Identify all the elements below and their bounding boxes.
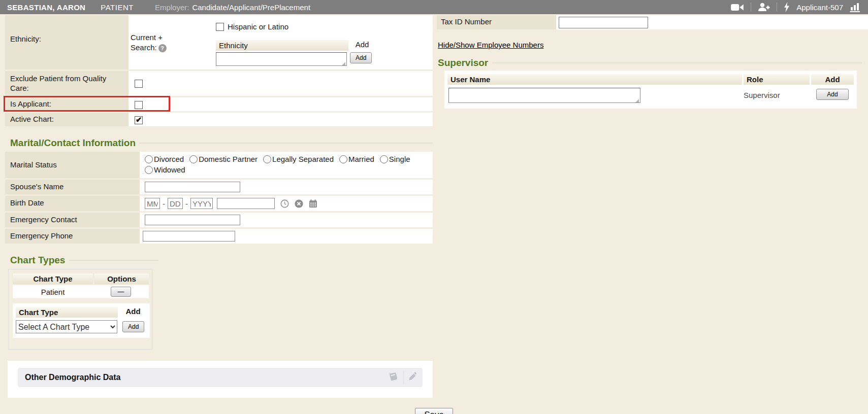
- chart-type-select[interactable]: Select A Chart Type: [16, 320, 117, 333]
- is-applicant-label: Is Applicant:: [5, 97, 128, 111]
- supervisor-panel: User Name Role Add Supervisor Add: [444, 71, 857, 109]
- ethnicity-label: Ethnicity:: [5, 15, 128, 70]
- tax-id-input[interactable]: [559, 17, 648, 28]
- radio-widowed[interactable]: [145, 166, 153, 174]
- chart-types-title: Chart Types: [10, 255, 65, 266]
- spouse-name-input[interactable]: [145, 182, 240, 192]
- user-name-input[interactable]: [448, 88, 640, 103]
- user-name-col-header: User Name: [447, 74, 742, 85]
- video-camera-icon[interactable]: [731, 4, 744, 11]
- add-col-header: Add: [119, 307, 147, 318]
- radio-domestic-partner-label: Domestic Partner: [199, 155, 258, 163]
- birth-month-input[interactable]: [145, 198, 160, 209]
- marital-section-heading: Marital/Contact Information: [10, 137, 433, 149]
- chart-type-cell: Patient: [13, 288, 93, 296]
- emergency-phone-input[interactable]: [143, 231, 235, 242]
- bar-chart-icon[interactable]: [850, 3, 861, 12]
- marital-section-title: Marital/Contact Information: [10, 137, 136, 149]
- book-icon[interactable]: [389, 371, 399, 384]
- ethnicity-input[interactable]: [216, 52, 347, 66]
- exclude-quality-label: Exclude Patient from Quality Care:: [5, 71, 128, 96]
- add-supervisor-button[interactable]: Add: [816, 89, 849, 100]
- options-col-header: Options: [94, 273, 149, 284]
- chart-types-heading: Chart Types: [10, 255, 158, 266]
- birth-date-extra-input[interactable]: [217, 198, 275, 209]
- date-separator: -: [185, 199, 188, 208]
- patient-name: SEBASTIAN, AARON: [7, 3, 85, 12]
- ethnicity-add-button[interactable]: Add: [350, 52, 372, 63]
- marital-status-row: Marital Status Divorced Domestic Partner…: [5, 152, 433, 180]
- add-chart-type-table: Chart Type Add Select A Chart Type Add: [13, 303, 150, 338]
- birth-date-row: Birth Date --: [5, 196, 433, 213]
- ethnicity-col-header: Ethnicity: [216, 40, 348, 51]
- marital-panel: Marital Status Divorced Domestic Partner…: [5, 152, 433, 244]
- patient-type-label: PATIENT: [101, 3, 134, 12]
- marital-status-label: Marital Status: [5, 152, 140, 178]
- birth-date-label: Birth Date: [5, 196, 140, 211]
- heading-rule: [492, 62, 862, 63]
- help-icon[interactable]: ?: [158, 44, 167, 52]
- date-separator: -: [163, 199, 165, 208]
- supervisor-title: Supervisor: [438, 57, 488, 68]
- exclude-quality-row: Exclude Patient from Quality Care:: [5, 71, 433, 97]
- spouse-name-row: Spouse's Name: [5, 180, 433, 196]
- save-button[interactable]: Save: [415, 408, 453, 414]
- radio-widowed-label: Widowed: [154, 165, 185, 174]
- emergency-contact-label: Emergency Contact: [5, 213, 140, 227]
- is-applicant-row: Is Applicant:: [5, 97, 433, 113]
- radio-divorced-label: Divorced: [154, 155, 184, 163]
- ethnicity-add-header: Add: [350, 40, 374, 51]
- heading-rule: [140, 143, 433, 144]
- is-applicant-checkbox[interactable]: [135, 101, 143, 109]
- demographics-column: Ethnicity: Current + Search:? Hispanic o…: [5, 15, 433, 398]
- role-col-header: Role: [744, 74, 810, 85]
- radio-divorced[interactable]: [145, 155, 153, 163]
- icon-divider: [403, 371, 404, 384]
- role-cell: Supervisor: [744, 88, 810, 99]
- header-divider: [751, 3, 751, 12]
- birth-year-input[interactable]: [190, 198, 213, 209]
- exclude-quality-checkbox[interactable]: [135, 80, 143, 88]
- radio-legally-separated[interactable]: [263, 155, 271, 163]
- applicant-badge: Applicant-507: [796, 3, 843, 12]
- calendar-icon[interactable]: [309, 199, 317, 208]
- radio-domestic-partner[interactable]: [189, 155, 198, 163]
- add-col-header: Add: [811, 74, 854, 85]
- radio-single-label: Single: [389, 155, 410, 163]
- heading-rule: [69, 260, 158, 261]
- radio-married[interactable]: [339, 155, 347, 163]
- clear-date-icon[interactable]: [295, 199, 303, 208]
- add-chart-type-button[interactable]: Add: [122, 321, 144, 332]
- active-chart-row: Active Chart:: [5, 113, 433, 126]
- clock-icon[interactable]: [280, 199, 289, 208]
- employer-label: Employer:: [155, 3, 189, 12]
- hispanic-checkbox[interactable]: [216, 23, 224, 31]
- tax-id-label: Tax ID Number: [437, 15, 556, 29]
- active-chart-checkbox[interactable]: [135, 116, 143, 124]
- other-demographic-panel: Other Demographic Data: [8, 361, 433, 398]
- ethnicity-table: Ethnicity Add Add: [216, 40, 374, 67]
- supervisor-row: Supervisor Add: [447, 88, 854, 105]
- other-demographic-bar[interactable]: Other Demographic Data: [18, 368, 423, 387]
- person-add-icon[interactable]: [758, 3, 770, 12]
- chart-type-row: Patient —: [13, 285, 149, 298]
- emergency-phone-label: Emergency Phone: [5, 229, 140, 244]
- ethnicity-content: Current + Search:? Hispanic or Latino Et…: [128, 15, 433, 70]
- lightning-icon[interactable]: [784, 2, 790, 12]
- current-search-line1: Current +: [131, 33, 163, 42]
- radio-single[interactable]: [380, 155, 388, 163]
- birth-day-input[interactable]: [168, 198, 183, 209]
- remove-chart-type-button[interactable]: —: [111, 287, 131, 297]
- page-content: Ethnicity: Current + Search:? Hispanic o…: [0, 15, 868, 398]
- save-row: Save: [0, 408, 868, 414]
- hide-show-employee-numbers-link[interactable]: Hide/Show Employee Numbers: [438, 41, 543, 49]
- tax-id-row: Tax ID Number: [437, 15, 868, 29]
- emergency-contact-row: Emergency Contact: [5, 213, 433, 229]
- emergency-contact-input[interactable]: [145, 215, 240, 225]
- other-demographic-title: Other Demographic Data: [25, 373, 120, 382]
- employer-value: Candidate/Applicant/PrePlacement: [192, 3, 310, 12]
- emergency-phone-row: Emergency Phone: [5, 229, 433, 244]
- radio-married-label: Married: [348, 155, 374, 163]
- chart-types-box: Chart Type Options Patient — Chart Type …: [8, 269, 152, 350]
- pencil-icon[interactable]: [408, 372, 417, 383]
